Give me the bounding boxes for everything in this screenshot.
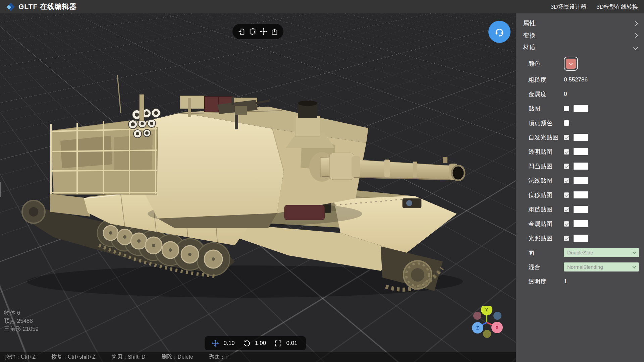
export-icon	[271, 28, 278, 35]
metalness-value[interactable]: 0	[564, 91, 567, 98]
axis-neg-y[interactable]	[483, 330, 491, 338]
shortcut-bar: 撤销：Ctrl+Z 恢复：Ctrl+shift+Z 拷贝：Shift+D 删除：…	[0, 352, 516, 362]
color-row: 颜色	[528, 55, 644, 72]
focus-center-icon	[260, 28, 267, 35]
metalness-map-row: 金属贴图	[528, 217, 644, 231]
chevron-down-icon	[569, 61, 573, 65]
normal-map-checkbox[interactable]	[564, 178, 569, 183]
translate-step[interactable]: 0.10	[224, 340, 236, 347]
support-button[interactable]	[488, 21, 511, 43]
displacement-map-checkbox[interactable]	[564, 192, 569, 198]
vertex-colors-checkbox[interactable]	[564, 120, 569, 126]
opacity-value[interactable]: 1	[564, 278, 567, 285]
translate-icon[interactable]	[212, 340, 219, 347]
properties-sidebar: 属性 变换 材质 颜色 粗糙度 0.552786 金属度 0 贴图	[516, 13, 644, 362]
rotate-icon[interactable]	[243, 340, 250, 347]
scene-stats: 物体 6 顶点 25488 三角形 21059	[4, 309, 39, 333]
app-logo-icon	[6, 2, 15, 11]
chevron-down-icon	[632, 250, 636, 254]
nav-scene-designer[interactable]: 3D场景设计器	[551, 3, 587, 11]
bump-map-row: 凹凸贴图	[528, 159, 644, 173]
map-checkbox[interactable]	[564, 106, 569, 111]
shortcut-copy: 拷贝：Shift+D	[112, 354, 146, 361]
rotate-step[interactable]: 1.00	[255, 340, 268, 347]
color-swatch	[566, 59, 576, 69]
displacement-map-row: 位移贴图	[528, 188, 644, 202]
axis-gizmo[interactable]: Y X Z	[467, 306, 509, 341]
normal-map-swatch[interactable]	[574, 177, 588, 184]
alpha-map-checkbox[interactable]	[564, 149, 569, 155]
import-texture-icon	[249, 28, 256, 35]
axis-y-label: Y	[485, 307, 488, 312]
alpha-map-row: 透明贴图	[528, 144, 644, 159]
viewport-3d[interactable]: 物体 6 顶点 25488 三角形 21059 0.10 1.00 0.01	[0, 13, 516, 362]
blending-select[interactable]: NormalBlending	[564, 262, 639, 272]
panel-edge-handle[interactable]	[0, 182, 1, 197]
bump-map-swatch[interactable]	[574, 163, 588, 170]
top-nav: 3D场景设计器 3D模型在线转换	[551, 3, 638, 11]
stat-vertices: 顶点 25488	[4, 317, 39, 325]
stat-triangles: 三角形 21059	[4, 325, 39, 333]
import-model-button[interactable]	[237, 27, 246, 36]
normal-map-row: 法线贴图	[528, 173, 644, 188]
emissive-map-row: 自发光贴图	[528, 130, 644, 144]
export-button[interactable]	[270, 27, 279, 36]
axis-x-label: X	[495, 325, 499, 330]
tank-model[interactable]	[0, 13, 516, 362]
map-row: 贴图	[528, 101, 644, 116]
bump-map-checkbox[interactable]	[564, 164, 569, 169]
emissive-map-swatch[interactable]	[574, 134, 588, 141]
roughness-row: 粗糙度 0.552786	[528, 72, 644, 87]
light-map-row: 光照贴图	[528, 231, 644, 245]
roughness-value[interactable]: 0.552786	[564, 76, 588, 83]
shortcut-undo: 撤销：Ctrl+Z	[5, 354, 36, 361]
side-row: 面 DoubleSide	[528, 245, 644, 260]
light-map-swatch[interactable]	[574, 235, 588, 242]
scale-step[interactable]: 0.01	[286, 340, 299, 347]
section-material[interactable]: 材质	[516, 42, 644, 54]
alpha-map-swatch[interactable]	[574, 148, 588, 155]
axis-z-label: Z	[476, 325, 479, 330]
viewport-toolbar	[232, 24, 283, 39]
displacement-map-swatch[interactable]	[574, 191, 588, 198]
roughness-map-swatch[interactable]	[574, 206, 588, 213]
emissive-map-checkbox[interactable]	[564, 135, 569, 140]
opacity-row: 透明度 1	[528, 274, 644, 289]
snap-toolbar: 0.10 1.00 0.01	[205, 336, 306, 350]
stat-objects: 物体 6	[4, 309, 39, 317]
roughness-map-row: 粗糙贴图	[528, 202, 644, 217]
chevron-right-icon	[633, 33, 638, 38]
shortcut-redo: 恢复：Ctrl+shift+Z	[52, 354, 96, 361]
shortcut-focus: 聚焦：F	[209, 354, 229, 361]
roughness-map-checkbox[interactable]	[564, 207, 569, 212]
material-panel: 颜色 粗糙度 0.552786 金属度 0 贴图 顶点颜色 自发光贴图	[516, 54, 644, 289]
light-map-checkbox[interactable]	[564, 236, 569, 241]
map-swatch[interactable]	[574, 105, 588, 112]
chevron-down-icon	[633, 45, 638, 50]
vertex-colors-row: 顶点颜色	[528, 116, 644, 130]
metalness-map-swatch[interactable]	[574, 220, 588, 227]
metalness-map-checkbox[interactable]	[564, 221, 569, 227]
blending-row: 混合 NormalBlending	[528, 260, 644, 274]
side-select[interactable]: DoubleSide	[564, 248, 639, 257]
nav-model-converter[interactable]: 3D模型在线转换	[596, 3, 638, 11]
chevron-right-icon	[633, 21, 638, 26]
axis-neg-z[interactable]	[493, 312, 501, 320]
section-properties[interactable]: 属性	[516, 17, 644, 29]
app-header: GLTF 在线编辑器 3D场景设计器 3D模型在线转换	[0, 0, 644, 13]
import-texture-button[interactable]	[248, 27, 257, 36]
metalness-row: 金属度 0	[528, 87, 644, 101]
chevron-down-icon	[632, 264, 636, 268]
axis-neg-x[interactable]	[473, 312, 481, 320]
app-title: GLTF 在线编辑器	[18, 2, 77, 11]
section-transform[interactable]: 变换	[516, 29, 644, 42]
shortcut-delete: 删除：Delete	[162, 354, 193, 361]
scale-icon[interactable]	[275, 340, 282, 347]
color-picker-button[interactable]	[564, 57, 578, 71]
headset-icon	[494, 26, 505, 37]
focus-center-button[interactable]	[259, 27, 268, 36]
import-model-icon	[238, 28, 245, 35]
